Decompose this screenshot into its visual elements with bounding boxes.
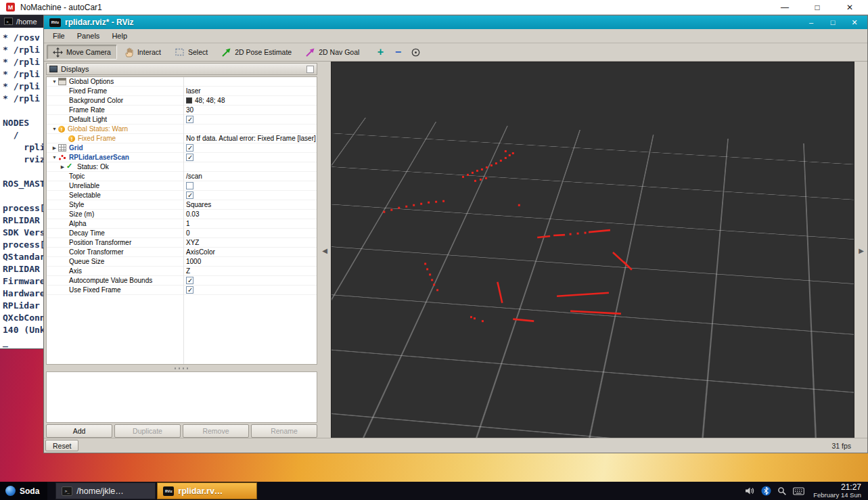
property-row[interactable]: ▶Status: Ok bbox=[47, 162, 317, 172]
property-row[interactable]: StyleSquares bbox=[47, 200, 317, 210]
scan-point bbox=[512, 152, 514, 154]
add-button[interactable]: Add bbox=[46, 424, 112, 438]
property-value-cell[interactable]: XYZ bbox=[183, 238, 317, 247]
property-row[interactable]: Position TransformerXYZ bbox=[47, 238, 317, 248]
collapse-panel-right-button[interactable] bbox=[856, 244, 867, 256]
tool-interact[interactable]: Interact bbox=[118, 45, 167, 60]
checkbox[interactable] bbox=[186, 154, 193, 161]
property-value-cell[interactable]: 0 bbox=[183, 229, 317, 237]
property-row[interactable]: AxisZ bbox=[47, 267, 317, 276]
menu-help[interactable]: Help bbox=[106, 30, 133, 41]
property-value-cell[interactable]: No tf data. Actual error: Fixed Frame [l… bbox=[183, 134, 317, 143]
property-value-cell[interactable] bbox=[183, 124, 317, 133]
property-value-cell[interactable]: 1 bbox=[183, 219, 317, 228]
property-value-cell[interactable] bbox=[183, 191, 317, 200]
rviz-viewport[interactable] bbox=[331, 62, 854, 439]
property-row[interactable]: Alpha1 bbox=[47, 219, 317, 229]
property-row[interactable]: Selectable bbox=[47, 191, 317, 200]
property-row[interactable]: Autocompute Value Bounds bbox=[47, 276, 317, 286]
taskbar-task[interactable]: RVizrplidar.rv… bbox=[157, 482, 257, 499]
taskbar-task[interactable]: >_/home/jkle… bbox=[55, 482, 156, 499]
property-value-cell[interactable] bbox=[183, 286, 317, 294]
checkbox[interactable] bbox=[186, 286, 193, 294]
checkbox[interactable] bbox=[186, 277, 193, 284]
expander-down-icon[interactable]: ▼ bbox=[51, 153, 58, 162]
property-row[interactable]: Frame Rate30 bbox=[47, 106, 317, 115]
duplicate-button[interactable]: Duplicate bbox=[114, 424, 181, 438]
property-value-cell[interactable]: /scan bbox=[183, 172, 317, 181]
property-value-cell[interactable]: 48; 48; 48 bbox=[183, 96, 317, 105]
checkbox[interactable] bbox=[186, 182, 193, 189]
rviz-minimize-button[interactable]: – bbox=[806, 18, 816, 27]
tool-2d-nav-goal[interactable]: 2D Nav Goal bbox=[299, 45, 365, 60]
property-value-cell[interactable] bbox=[183, 162, 317, 171]
property-value-cell[interactable] bbox=[183, 181, 317, 190]
property-row[interactable]: ▼Global Options bbox=[47, 77, 317, 87]
add-tool-button[interactable]: + bbox=[372, 45, 388, 60]
host-close-button[interactable]: ✕ bbox=[845, 3, 854, 12]
property-row[interactable]: Use Fixed Frame bbox=[47, 286, 317, 295]
bluetooth-icon[interactable] bbox=[761, 486, 771, 496]
property-row[interactable]: Fixed Framelaser bbox=[47, 87, 317, 96]
property-value-cell[interactable]: 0.03 bbox=[183, 210, 317, 219]
collapse-panel-left-button[interactable] bbox=[319, 244, 330, 256]
menu-file[interactable]: File bbox=[47, 30, 71, 41]
panel-splitter[interactable] bbox=[46, 366, 317, 370]
property-row[interactable]: Topic/scan bbox=[47, 172, 317, 181]
property-value-cell[interactable]: AxisColor bbox=[183, 248, 317, 256]
checkbox[interactable] bbox=[186, 144, 193, 152]
host-maximize-button[interactable]: □ bbox=[813, 3, 822, 12]
remove-tool-button[interactable]: − bbox=[390, 45, 406, 60]
expander-down-icon[interactable]: ▼ bbox=[51, 124, 58, 133]
checkbox[interactable] bbox=[186, 191, 193, 199]
property-value-cell[interactable] bbox=[183, 153, 317, 162]
tool-move-camera[interactable]: Move Camera bbox=[47, 45, 117, 60]
property-name-cell: Frame Rate bbox=[47, 106, 183, 114]
property-row[interactable]: ▼RPLidarLaserScan bbox=[47, 153, 317, 162]
property-row[interactable]: Decay Time0 bbox=[47, 229, 317, 238]
property-name-cell: ▶Status: Ok bbox=[47, 162, 183, 171]
host-minimize-button[interactable]: — bbox=[780, 3, 790, 12]
taskbar-clock[interactable]: 21:27 February 14 Sun bbox=[813, 483, 861, 499]
property-value-cell[interactable] bbox=[183, 115, 317, 124]
property-row[interactable]: Default Light bbox=[47, 115, 317, 124]
expander-right-icon[interactable]: ▶ bbox=[59, 162, 66, 171]
app-menu-button[interactable]: Soda bbox=[0, 482, 47, 500]
property-row[interactable]: Size (m)0.03 bbox=[47, 210, 317, 219]
property-value-cell[interactable]: Z bbox=[183, 267, 317, 275]
property-name-cell: Queue Size bbox=[47, 257, 183, 266]
focus-camera-button[interactable] bbox=[407, 45, 424, 60]
property-value-cell[interactable]: 1000 bbox=[183, 257, 317, 266]
rviz-maximize-button[interactable]: □ bbox=[828, 18, 838, 27]
displays-panel-header[interactable]: Displays bbox=[46, 63, 317, 75]
volume-icon[interactable] bbox=[745, 486, 755, 495]
rviz-titlebar[interactable]: RViz rplidar.rviz* - RViz – □ ✕ bbox=[44, 16, 867, 29]
keyboard-icon[interactable] bbox=[793, 487, 804, 495]
checkbox[interactable] bbox=[186, 116, 193, 123]
reset-button[interactable]: Reset bbox=[45, 440, 78, 451]
property-row[interactable]: Fixed FrameNo tf data. Actual error: Fix… bbox=[47, 134, 317, 143]
property-value-cell[interactable]: laser bbox=[183, 87, 317, 95]
property-row[interactable]: ▶Grid bbox=[47, 143, 317, 153]
tool-select[interactable]: Select bbox=[168, 45, 214, 60]
property-value-cell[interactable] bbox=[183, 77, 317, 86]
property-value-cell[interactable] bbox=[183, 143, 317, 152]
expander-down-icon[interactable]: ▼ bbox=[51, 77, 58, 86]
property-value-cell[interactable]: Squares bbox=[183, 200, 317, 209]
remove-button[interactable]: Remove bbox=[183, 424, 249, 438]
property-value-cell[interactable] bbox=[183, 276, 317, 285]
property-row[interactable]: Color TransformerAxisColor bbox=[47, 248, 317, 257]
panel-float-button[interactable] bbox=[306, 66, 314, 73]
menu-panels[interactable]: Panels bbox=[71, 30, 106, 41]
property-row[interactable]: Background Color48; 48; 48 bbox=[47, 96, 317, 106]
tool-2d-pose-estimate[interactable]: 2D Pose Estimate bbox=[215, 45, 298, 60]
expander-right-icon[interactable]: ▶ bbox=[51, 143, 58, 152]
magnifier-icon[interactable] bbox=[777, 486, 787, 496]
property-value-cell[interactable]: 30 bbox=[183, 106, 317, 114]
property-row[interactable]: Unreliable bbox=[47, 181, 317, 191]
property-row[interactable]: ▼Global Status: Warn bbox=[47, 124, 317, 134]
rviz-close-button[interactable]: ✕ bbox=[850, 18, 859, 27]
property-row[interactable]: Queue Size1000 bbox=[47, 257, 317, 267]
property-label: Color Transformer bbox=[69, 248, 124, 256]
rename-button[interactable]: Rename bbox=[251, 424, 317, 438]
